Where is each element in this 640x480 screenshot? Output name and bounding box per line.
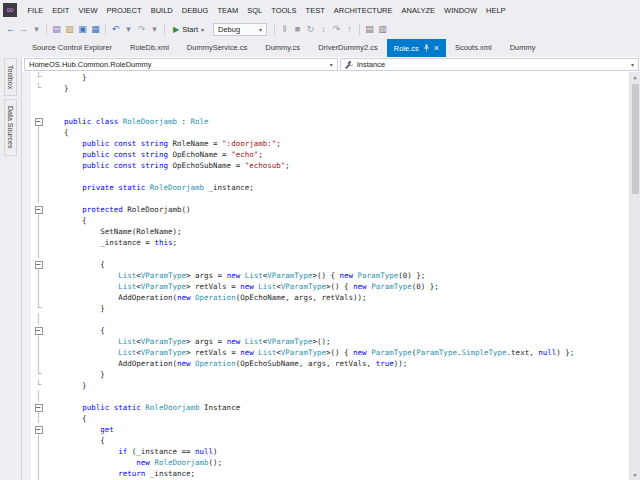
code-line[interactable]: │ <box>22 193 640 204</box>
step-over-icon[interactable]: ↷ <box>330 23 343 36</box>
code-line[interactable]: │ public const string OpEchoSubName = "e… <box>22 160 640 171</box>
menu-item-edit[interactable]: EDIT <box>48 6 74 15</box>
code-line[interactable] <box>22 105 640 116</box>
fold-margin[interactable]: └ <box>31 72 46 83</box>
code-line[interactable]: − public class RoleDoorjamb : Role <box>22 116 640 127</box>
fold-margin[interactable]: │ <box>31 215 46 226</box>
code-line[interactable]: │ List<VParamType> args = new List<VPara… <box>22 270 640 281</box>
fold-margin[interactable]: │ <box>31 391 46 402</box>
fold-margin[interactable]: │ <box>31 171 46 182</box>
code-line[interactable]: └ } <box>22 83 640 94</box>
code-line[interactable]: │ { <box>22 435 640 446</box>
code-line[interactable]: − protected RoleDoorjamb() <box>22 204 640 215</box>
solution-config-dropdown[interactable]: Debug ▾ <box>213 23 267 36</box>
tab-role-cs[interactable]: Role.cs× <box>387 39 446 57</box>
fold-margin[interactable]: − <box>31 325 46 336</box>
open-file-icon[interactable]: ▨ <box>63 23 76 36</box>
step-out-icon[interactable]: ↑ <box>343 23 356 36</box>
fold-margin[interactable]: │ <box>31 446 46 457</box>
menu-item-analyze[interactable]: ANALYZE <box>397 6 440 15</box>
fold-margin[interactable]: └ <box>31 303 46 314</box>
fold-margin[interactable]: − <box>31 116 46 127</box>
fold-margin[interactable]: └ <box>31 369 46 380</box>
fold-collapse-icon[interactable]: − <box>35 118 43 126</box>
fold-margin[interactable]: │ <box>31 413 46 424</box>
fold-margin[interactable]: │ <box>31 149 46 160</box>
fold-margin[interactable]: │ <box>31 226 46 237</box>
code-line[interactable]: − public static RoleDoorjamb Instance <box>22 402 640 413</box>
scroll-down-arrow[interactable]: ▼ <box>633 470 636 480</box>
code-line[interactable]: − get <box>22 424 640 435</box>
code-line[interactable]: │ public const string OpEchoName = "echo… <box>22 149 640 160</box>
code-line[interactable]: │ List<VParamType> retVals = new List<VP… <box>22 347 640 358</box>
restart-icon[interactable]: ↻ <box>304 23 317 36</box>
code-line[interactable]: └ } <box>22 380 640 391</box>
code-line[interactable]: │ <box>22 248 640 259</box>
code-line[interactable]: │ private static RoleDoorjamb _instance; <box>22 182 640 193</box>
vertical-scrollbar[interactable]: ▲ ▼ <box>629 72 640 480</box>
fold-margin[interactable]: │ <box>31 248 46 259</box>
fold-margin[interactable]: │ <box>31 435 46 446</box>
fold-margin[interactable]: └ <box>31 380 46 391</box>
fold-margin[interactable]: └ <box>31 83 46 94</box>
fold-collapse-icon[interactable]: − <box>35 261 43 269</box>
pin-icon[interactable] <box>423 44 430 52</box>
code-line[interactable]: └ } <box>22 303 640 314</box>
code-line[interactable]: │ List<VParamType> args = new List<VPara… <box>22 336 640 347</box>
menu-item-sql[interactable]: SQL <box>243 6 267 15</box>
scroll-thumb[interactable] <box>632 84 639 194</box>
nav-back-icon[interactable]: ← <box>4 23 17 36</box>
nav-history-dropdown-icon[interactable]: ▾ <box>30 23 43 36</box>
fold-margin[interactable]: │ <box>31 270 46 281</box>
menu-item-tools[interactable]: TOOLS <box>267 6 301 15</box>
fold-margin[interactable]: │ <box>31 358 46 369</box>
menu-item-team[interactable]: TEAM <box>213 6 243 15</box>
code-line[interactable]: │ { <box>22 215 640 226</box>
menu-item-help[interactable]: HELP <box>482 6 511 15</box>
close-icon[interactable]: × <box>434 44 439 53</box>
sidebar-tab-toolbox[interactable]: Toolbox <box>4 58 17 96</box>
save-icon[interactable]: ▣ <box>76 23 89 36</box>
fold-margin[interactable]: │ <box>31 138 46 149</box>
fold-margin[interactable]: │ <box>31 336 46 347</box>
code-line[interactable]: └ } <box>22 369 640 380</box>
menu-item-file[interactable]: FILE <box>23 6 48 15</box>
start-debugging-button[interactable]: ▶ Start ▾ <box>168 25 209 34</box>
code-line[interactable]: − { <box>22 259 640 270</box>
fold-margin[interactable]: │ <box>31 127 46 138</box>
properties-window-icon[interactable]: ▥ <box>376 23 389 36</box>
fold-collapse-icon[interactable]: − <box>35 426 43 434</box>
tab-dummy-cs[interactable]: Dummy.cs <box>256 39 309 57</box>
code-line[interactable]: │ new RoleDoorjamb(); <box>22 457 640 468</box>
nav-forward-icon[interactable]: → <box>17 23 30 36</box>
redo-icon[interactable]: ↷ <box>135 23 148 36</box>
member-dropdown[interactable]: Instance ▾ <box>340 58 639 71</box>
fold-margin[interactable]: − <box>31 259 46 270</box>
code-line[interactable]: │ SetName(RoleName); <box>22 226 640 237</box>
type-dropdown[interactable]: HomeOS.Hub.Common.RoleDummy ▾ <box>24 58 338 71</box>
menu-item-debug[interactable]: DEBUG <box>177 6 213 15</box>
menu-item-test[interactable]: TEST <box>301 6 329 15</box>
fold-margin[interactable]: │ <box>31 457 46 468</box>
fold-margin[interactable]: − <box>31 204 46 215</box>
code-line[interactable]: │ if (_instance == null) <box>22 446 640 457</box>
fold-margin[interactable] <box>31 94 46 105</box>
fold-margin[interactable]: │ <box>31 193 46 204</box>
code-line[interactable]: │ <box>22 314 640 325</box>
menu-item-project[interactable]: PROJECT <box>102 6 146 15</box>
step-into-icon[interactable]: ↓ <box>317 23 330 36</box>
code-editor[interactable]: └ }└ }− public class RoleDoorjamb : Role… <box>22 72 640 480</box>
sidebar-tab-data-sources[interactable]: Data Sources <box>4 99 17 155</box>
fold-margin[interactable]: − <box>31 424 46 435</box>
fold-margin[interactable]: │ <box>31 314 46 325</box>
fold-collapse-icon[interactable]: − <box>35 327 43 335</box>
stop-icon[interactable]: ■ <box>291 23 304 36</box>
fold-collapse-icon[interactable]: − <box>35 404 43 412</box>
code-line[interactable]: │ AddOperation(new Operation(OpEchoName,… <box>22 292 640 303</box>
fold-margin[interactable]: − <box>31 402 46 413</box>
tab-scouts-xml[interactable]: Scouts.xml <box>446 39 501 57</box>
fold-margin[interactable] <box>31 105 46 116</box>
code-line[interactable] <box>22 94 640 105</box>
code-line[interactable]: │ AddOperation(new Operation(OpEchoSubNa… <box>22 358 640 369</box>
code-line[interactable]: │ List<VParamType> retVals = new List<VP… <box>22 281 640 292</box>
